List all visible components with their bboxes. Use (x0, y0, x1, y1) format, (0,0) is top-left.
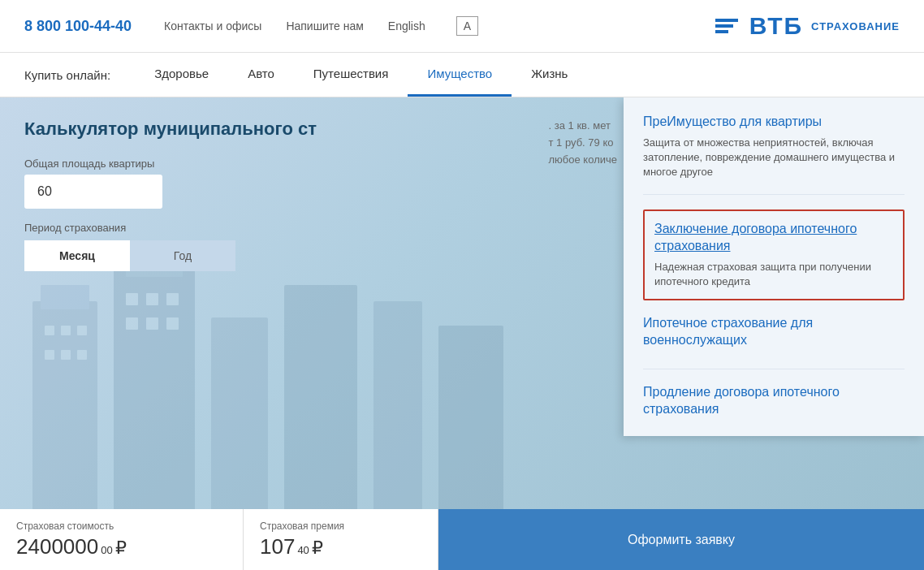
svg-rect-10 (77, 326, 87, 335)
area-label: Общая площадь квартиры (24, 158, 365, 170)
logo-strah-text: СТРАХОВАНИЕ (811, 20, 900, 32)
svg-rect-17 (126, 317, 138, 330)
dropdown-item-prodlenie-title[interactable]: Продление договора ипотечного страховани… (643, 384, 905, 418)
dropdown-item-ipoteka-desc: Надежная страховая защита при получении … (654, 260, 893, 289)
premium-cents-value: 40 (297, 544, 309, 556)
right-line-1: . за 1 кв. мет (549, 118, 617, 135)
top-bar: 8 800 100-44-40 Контакты и офисы Напишит… (0, 0, 924, 53)
svg-rect-13 (77, 350, 87, 360)
area-input[interactable] (24, 175, 162, 209)
premium-main-value: 107 (260, 534, 295, 559)
dropdown-item-preimuschestvo: ПреИмущество для квартиры Защита от множ… (643, 114, 905, 195)
svg-rect-16 (166, 293, 179, 305)
svg-rect-11 (45, 350, 54, 360)
svg-rect-12 (61, 350, 71, 360)
dropdown-item-voennye-title[interactable]: Ипотечное страхование для военнослужащих (643, 315, 905, 349)
nav-label: Купить онлайн: (24, 68, 110, 82)
right-partial-text: . за 1 кв. мет т 1 руб. 79 ко любое коли… (549, 118, 617, 168)
logo-line-1 (715, 19, 738, 22)
nav-item-health[interactable]: Здоровье (135, 53, 228, 97)
top-links: Контакты и офисы Напишите нам English А (164, 16, 715, 36)
logo-line-3 (715, 30, 728, 33)
dropdown-item-prodlenie: Продление договора ипотечного страховани… (643, 384, 905, 418)
insurance-premium-box: Страховая премия 107 40 ₽ (244, 509, 438, 570)
contacts-link[interactable]: Контакты и офисы (164, 19, 261, 32)
svg-rect-8 (45, 326, 54, 335)
insurance-cost-col: Страховая стоимость 2400000 00 ₽ (16, 520, 127, 559)
nav-bar: Купить онлайн: Здоровье Авто Путешествия… (0, 53, 924, 97)
insurance-premium-amount: 107 40 ₽ (260, 534, 344, 559)
dropdown-item-preimuschestvo-title[interactable]: ПреИмущество для квартиры (643, 114, 905, 131)
insurance-premium-label: Страховая премия (260, 520, 344, 532)
nav-item-travel[interactable]: Путешествия (294, 53, 408, 97)
svg-rect-2 (114, 269, 195, 545)
nav-items: Здоровье Авто Путешествия Имущество Жизн… (135, 53, 587, 97)
dropdown-item-ipoteka[interactable]: Заключение договора ипотечного страхован… (643, 209, 905, 300)
english-link[interactable]: English (388, 19, 425, 32)
svg-rect-19 (166, 317, 179, 330)
dropdown-item-preimuschestvo-desc: Защита от множества неприятностей, включ… (643, 136, 905, 180)
period-month-button[interactable]: Месяц (24, 240, 130, 271)
accessibility-button[interactable]: А (456, 16, 478, 36)
dropdown-item-voennye: Ипотечное страхование для военнослужащих (643, 315, 905, 369)
period-year-button[interactable]: Год (130, 240, 235, 271)
right-line-3: любое количе (549, 152, 617, 169)
nav-item-life[interactable]: Жизнь (512, 53, 587, 97)
submit-button[interactable]: Оформить заявку (438, 509, 924, 570)
cost-cents-value: 00 (101, 544, 112, 556)
insurance-cost-box: Страховая стоимость 2400000 00 ₽ (0, 509, 244, 570)
cost-main-value: 2400000 (16, 534, 98, 559)
insurance-cost-label: Страховая стоимость (16, 520, 127, 532)
insurance-premium-col: Страховая премия 107 40 ₽ (260, 520, 344, 559)
logo-line-2 (715, 24, 733, 28)
premium-currency: ₽ (312, 538, 323, 559)
property-dropdown: ПреИмущество для квартиры Защита от множ… (624, 97, 924, 436)
dropdown-item-ipoteka-title[interactable]: Заключение договора ипотечного страхован… (654, 221, 893, 255)
right-line-2: т 1 руб. 79 ко (549, 135, 617, 152)
logo: ВТБ СТРАХОВАНИЕ (715, 12, 900, 40)
nav-item-auto[interactable]: Авто (228, 53, 294, 97)
cost-currency: ₽ (115, 538, 127, 559)
svg-rect-0 (32, 301, 97, 545)
period-buttons: Месяц Год (24, 240, 235, 271)
svg-rect-1 (41, 285, 89, 309)
calculator-panel: Калькулятор муниципального ст Общая площ… (24, 118, 365, 287)
svg-rect-5 (284, 285, 357, 545)
logo-lines-icon (715, 19, 738, 33)
insurance-cost-amount: 2400000 00 ₽ (16, 534, 127, 559)
calc-title: Калькулятор муниципального ст (24, 118, 365, 141)
svg-rect-18 (146, 317, 158, 330)
period-label: Период страхования (24, 222, 365, 234)
main-content: Калькулятор муниципального ст Общая площ… (0, 97, 924, 570)
nav-item-property[interactable]: Имущество (408, 53, 512, 97)
svg-rect-15 (146, 293, 158, 305)
logo-vtb-text: ВТБ (749, 12, 803, 40)
svg-rect-9 (61, 326, 71, 335)
phone-link[interactable]: 8 800 100-44-40 (24, 18, 132, 35)
svg-rect-6 (373, 301, 422, 545)
write-link[interactable]: Напишите нам (286, 19, 363, 32)
svg-rect-14 (126, 293, 138, 305)
bottom-section: Страховая стоимость 2400000 00 ₽ Страхов… (0, 509, 924, 570)
